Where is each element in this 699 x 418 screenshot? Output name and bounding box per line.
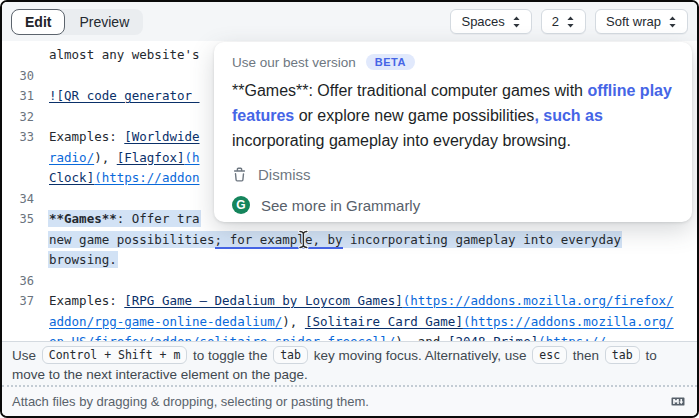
wrap-mode-value: Soft wrap bbox=[606, 14, 661, 29]
beta-badge: BETA bbox=[366, 54, 415, 70]
code-span: : Offer tra bbox=[117, 211, 200, 226]
code-span: Clock] bbox=[49, 170, 94, 185]
code-text: addon/rpg-game-online-dedalium/), [Solit… bbox=[49, 314, 674, 329]
code-span: [Flagfox] bbox=[117, 150, 185, 165]
code-span: ![QR code generator bbox=[49, 88, 200, 103]
dismiss-button[interactable]: Dismiss bbox=[232, 166, 674, 183]
line-number bbox=[2, 230, 47, 251]
code-span: (https://addon bbox=[94, 170, 199, 185]
code-span: en-US/firefox/addon/solitaire-spider-fre… bbox=[49, 334, 395, 341]
code-span: (h bbox=[184, 150, 199, 165]
kbd-shortcut: tab bbox=[605, 346, 640, 364]
code-span: ), bbox=[282, 314, 305, 329]
indent-mode-value: Spaces bbox=[461, 14, 504, 29]
kbd-shortcut: tab bbox=[273, 346, 308, 364]
code-span: Examples: bbox=[49, 293, 124, 308]
editor-row[interactable]: new game possibilities; for example, by … bbox=[2, 230, 697, 251]
suggested-change: , such as bbox=[534, 107, 602, 124]
chevron-up-down-icon bbox=[566, 16, 575, 28]
editor-row[interactable]: 37Examples: [RPG Game — Dedalium by Loyc… bbox=[2, 291, 697, 312]
status-text: Use bbox=[12, 348, 40, 363]
line-number: 34 bbox=[2, 189, 47, 210]
code-span: radio/ bbox=[49, 150, 94, 165]
status-text: key moving focus. Alternatively, use bbox=[310, 348, 530, 363]
line-number bbox=[2, 148, 47, 169]
see-more-link[interactable]: G See more in Grammarly bbox=[232, 196, 674, 214]
indent-mode-select[interactable]: Spaces bbox=[450, 9, 531, 34]
code-span: [2048 Prime] bbox=[448, 334, 538, 341]
code-text: Clock](https://addon bbox=[49, 170, 200, 185]
line-number bbox=[2, 312, 47, 333]
code-span: ), and bbox=[395, 334, 448, 341]
code-span: (https:// bbox=[538, 334, 606, 341]
status-text: then bbox=[569, 348, 603, 363]
editor-toolbar: Edit Preview Spaces 2 Soft wrap bbox=[2, 2, 697, 41]
editor-settings: Spaces 2 Soft wrap bbox=[450, 9, 688, 34]
popup-header: Use our best version BETA bbox=[232, 54, 674, 70]
code-span: incorporating gameplay into everyday bbox=[343, 232, 621, 247]
editor-row[interactable]: addon/rpg-game-online-dedalium/), [Solit… bbox=[2, 312, 697, 333]
line-number: 31 bbox=[2, 86, 47, 107]
tab-edit[interactable]: Edit bbox=[11, 9, 65, 35]
line-number: 36 bbox=[2, 271, 47, 292]
grammarly-g-icon: G bbox=[232, 196, 250, 214]
selected-text: browsing. bbox=[49, 252, 117, 267]
code-span: Examples: bbox=[49, 129, 124, 144]
code-span: browsing. bbox=[49, 252, 117, 267]
code-span: **Games** bbox=[49, 211, 117, 226]
markdown-editor-window: Edit Preview Spaces 2 Soft wrap bbox=[0, 0, 699, 418]
line-number bbox=[2, 250, 47, 271]
code-text: en-US/firefox/addon/solitaire-spider-fre… bbox=[49, 334, 606, 341]
tab-preview[interactable]: Preview bbox=[65, 10, 143, 34]
trash-icon bbox=[232, 167, 247, 183]
chevron-up-down-icon bbox=[512, 16, 521, 28]
line-number: 37 bbox=[2, 291, 47, 312]
editor-row[interactable]: en-US/firefox/addon/solitaire-spider-fre… bbox=[2, 332, 697, 341]
line-number: 35 bbox=[2, 209, 47, 230]
code-span: [Solitaire Card Game] bbox=[305, 314, 463, 329]
popup-title: Use our best version bbox=[232, 55, 356, 70]
edit-preview-tabs: Edit Preview bbox=[11, 9, 143, 35]
code-span: [RPG Game — Dedalium by Loycom Games] bbox=[124, 293, 402, 308]
grammarly-suggestion-popup: Use our best version BETA **Games**: Off… bbox=[214, 42, 692, 222]
editor-row[interactable]: 36 bbox=[2, 271, 697, 292]
indent-size-value: 2 bbox=[552, 14, 559, 29]
markdown-icon[interactable] bbox=[669, 395, 687, 408]
kbd-shortcut: esc bbox=[532, 346, 567, 364]
code-span: ), bbox=[94, 150, 117, 165]
kbd-shortcut: Control + Shift + m bbox=[42, 346, 188, 364]
code-span: new game possibilities bbox=[49, 232, 215, 247]
attach-hint: Attach files by dragging & dropping, sel… bbox=[12, 394, 369, 409]
chevron-up-down-icon bbox=[668, 16, 677, 28]
suggestion-segment: **Games**: Offer traditional computer ga… bbox=[232, 82, 587, 99]
code-span: (https://addons.mozilla.org/firefox/ bbox=[403, 293, 674, 308]
code-span: (https://addons.mozilla.org/ bbox=[463, 314, 674, 329]
code-span: addon/rpg-game-online-dedalium/ bbox=[49, 314, 282, 329]
accessibility-statusbar: Use Control + Shift + m to toggle the ta… bbox=[2, 341, 697, 385]
code-text: Examples: [RPG Game — Dedalium by Loycom… bbox=[49, 293, 674, 308]
line-number bbox=[2, 45, 47, 66]
code-text: radio/), [Flagfox](h bbox=[49, 150, 200, 165]
code-text: almost any website's bbox=[49, 47, 200, 62]
wrap-mode-select[interactable]: Soft wrap bbox=[595, 9, 688, 34]
attach-files-area[interactable]: Attach files by dragging & dropping, sel… bbox=[2, 385, 697, 416]
line-number bbox=[2, 168, 47, 189]
selected-text: new game possibilities; for example, by … bbox=[49, 232, 621, 247]
line-number: 33 bbox=[2, 127, 47, 148]
code-span: ; for example, by bbox=[215, 232, 343, 249]
line-number: 30 bbox=[2, 66, 47, 87]
editor-row[interactable]: browsing. bbox=[2, 250, 697, 271]
status-text: to toggle the bbox=[189, 348, 271, 363]
code-span: almost any website's bbox=[49, 47, 200, 62]
code-text: ![QR code generator bbox=[49, 88, 200, 103]
suggestion-segment: or explore new game possibilities bbox=[294, 107, 534, 124]
code-text: Examples: [Worldwide bbox=[49, 129, 200, 144]
code-span: [Worldwide bbox=[124, 129, 199, 144]
line-number bbox=[2, 332, 47, 341]
suggestion-segment: incorporating gameplay into everyday bro… bbox=[232, 132, 571, 149]
selected-text: **Games**: Offer tra bbox=[49, 211, 200, 226]
line-number: 32 bbox=[2, 107, 47, 128]
dismiss-label: Dismiss bbox=[258, 166, 311, 183]
suggestion-text[interactable]: **Games**: Offer traditional computer ga… bbox=[232, 78, 674, 153]
indent-size-select[interactable]: 2 bbox=[541, 9, 586, 34]
